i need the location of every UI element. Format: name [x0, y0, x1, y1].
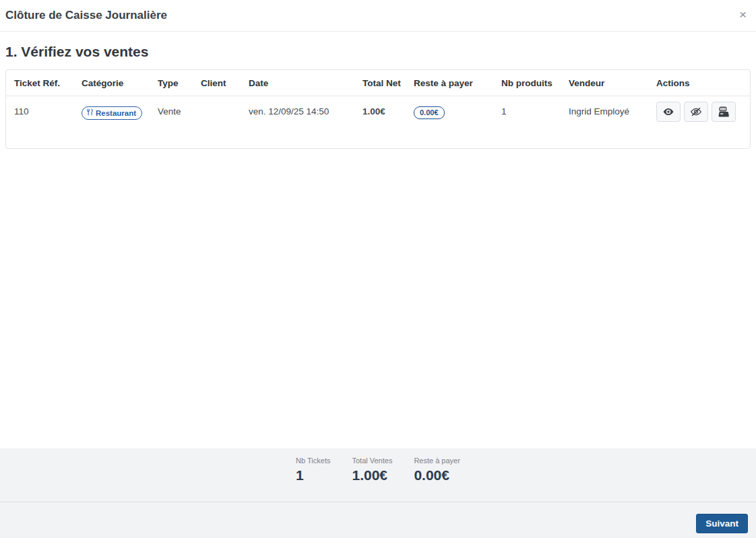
col-header-reste-a-payer: Reste à payer [406, 70, 493, 96]
stat-value: 0.00€ [414, 467, 460, 483]
stat-total-ventes: Total Ventes 1.00€ [352, 456, 392, 502]
stat-label: Nb Tickets [296, 456, 330, 465]
modal-title: Clôture de Caisse Journalière [5, 8, 167, 23]
col-header-type: Type [150, 70, 193, 96]
cell-vendeur: Ingrid Employé [561, 96, 648, 149]
next-button[interactable]: Suivant [696, 514, 748, 533]
col-header-total-net: Total Net [354, 70, 406, 96]
stat-nb-tickets: Nb Tickets 1 [296, 456, 330, 502]
stat-label: Total Ventes [352, 456, 392, 465]
cell-actions [648, 96, 750, 149]
row-actions [656, 102, 736, 122]
col-header-date: Date [241, 70, 354, 96]
print-ticket-button[interactable] [712, 102, 736, 122]
col-header-vendeur: Vendeur [561, 70, 648, 96]
utensils-icon [86, 108, 94, 118]
sales-table: Ticket Réf. Catégorie Type Client Date T… [6, 70, 750, 149]
col-header-actions: Actions [648, 70, 750, 96]
category-badge-label: Restaurant [96, 108, 136, 118]
eye-icon [662, 106, 674, 118]
cell-client [193, 96, 241, 149]
category-badge: Restaurant [82, 106, 142, 120]
table-row: 110 [6, 96, 750, 149]
reste-a-payer-badge: 0.00€ [414, 106, 445, 119]
col-header-client: Client [193, 70, 241, 96]
hide-ticket-button[interactable] [684, 102, 708, 122]
stat-reste-a-payer: Reste à payer 0.00€ [414, 456, 460, 502]
daily-cash-closing-modal: Clôture de Caisse Journalière × 1. Vérif… [0, 0, 756, 538]
cell-category: Restaurant [73, 96, 150, 149]
cell-ticket-ref: 110 [6, 96, 73, 149]
col-header-ticket-ref: Ticket Réf. [6, 70, 73, 96]
view-ticket-button[interactable] [656, 102, 681, 122]
cell-type: Vente [150, 96, 193, 149]
sales-table-card: Ticket Réf. Catégorie Type Client Date T… [5, 69, 751, 149]
modal-body: 1. Vérifiez vos ventes Ticket Réf. Catég… [0, 44, 756, 149]
cell-date: ven. 12/09/25 14:50 [241, 96, 354, 149]
modal-footer: Suivant [0, 502, 756, 538]
col-header-category: Catégorie [73, 70, 150, 96]
table-header-row: Ticket Réf. Catégorie Type Client Date T… [6, 70, 750, 96]
modal-header: Clôture de Caisse Journalière × [0, 0, 756, 32]
close-icon[interactable]: × [736, 8, 749, 22]
stat-value: 1.00€ [352, 467, 392, 483]
stat-value: 1 [296, 467, 330, 483]
col-header-nb-produits: Nb produits [493, 70, 561, 96]
step-heading: 1. Vérifiez vos ventes [5, 44, 751, 60]
stat-label: Reste à payer [414, 456, 460, 465]
cell-nb-produits: 1 [493, 96, 561, 149]
cell-reste-a-payer: 0.00€ [406, 96, 493, 149]
cell-total-net: 1.00€ [354, 96, 406, 149]
summary-band: Nb Tickets 1 Total Ventes 1.00€ Reste à … [0, 448, 756, 502]
eye-slash-icon [690, 106, 702, 118]
cash-register-icon [718, 106, 730, 118]
